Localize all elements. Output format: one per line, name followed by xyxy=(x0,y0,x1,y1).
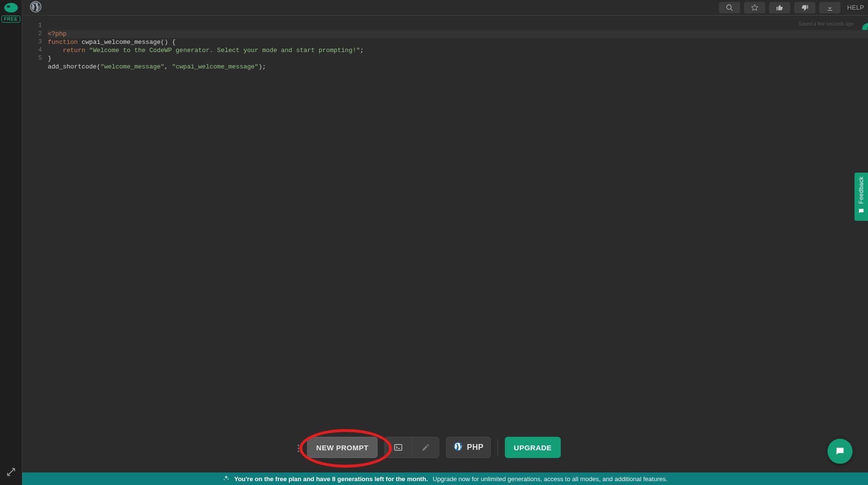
language-label: PHP xyxy=(467,443,483,452)
banner-sub: Upgrade now for unlimited generations, a… xyxy=(433,475,667,483)
code-token xyxy=(48,47,63,54)
code-token: "welcome_message" xyxy=(100,63,164,70)
code-token: <?php xyxy=(48,30,67,38)
new-prompt-button[interactable]: NEW PROMPT xyxy=(307,437,378,458)
sparkle-icon xyxy=(223,475,230,483)
action-bar: NEW PROMPT PHP UPGRADE xyxy=(307,435,561,460)
wordpress-icon xyxy=(453,442,463,453)
divider xyxy=(498,439,498,456)
left-rail: FREE xyxy=(0,0,22,485)
line-number: 1 xyxy=(22,21,42,29)
brand-icon[interactable] xyxy=(4,3,18,13)
fullscreen-icon[interactable] xyxy=(6,467,16,477)
code-token: } xyxy=(48,55,52,62)
search-icon[interactable] xyxy=(719,2,740,13)
line-number: 5 xyxy=(22,54,42,62)
line-number: 3 xyxy=(22,38,42,46)
download-icon[interactable] xyxy=(819,2,841,13)
line-number: 2 xyxy=(22,29,42,38)
line-number-gutter: 1 2 3 4 5 xyxy=(22,15,48,382)
drag-handle-icon[interactable] xyxy=(298,445,302,452)
star-icon[interactable] xyxy=(744,2,765,13)
code-token: cwpai_welcome_message() { xyxy=(78,39,176,46)
upgrade-banner[interactable]: You're on the free plan and have 8 gener… xyxy=(22,472,868,485)
code-token: add_shortcode( xyxy=(48,63,100,70)
code-token: ; xyxy=(360,47,364,54)
chat-icon xyxy=(835,446,845,457)
terminal-mode-button[interactable] xyxy=(385,437,412,458)
code-token: "Welcome to the CodeWP generator. Select… xyxy=(89,47,360,54)
code-editor[interactable]: <?phpfunction cwpai_welcome_message() { … xyxy=(48,15,868,382)
code-token: return xyxy=(63,47,85,54)
free-badge: FREE xyxy=(1,15,20,23)
wordpress-icon[interactable] xyxy=(30,1,41,14)
topbar: HELP xyxy=(22,0,868,15)
edit-mode-button[interactable] xyxy=(412,437,439,458)
language-selector[interactable]: PHP xyxy=(446,437,490,458)
thumbs-down-icon[interactable] xyxy=(794,2,815,13)
chat-fab[interactable] xyxy=(827,439,853,464)
help-link[interactable]: HELP xyxy=(847,4,864,11)
autosave-status: Saved a few seconds ago xyxy=(798,21,854,27)
thumbs-up-icon[interactable] xyxy=(769,2,790,13)
banner-bold: You're on the free plan and have 8 gener… xyxy=(234,475,428,483)
code-token: function xyxy=(48,39,78,46)
code-token: , xyxy=(164,63,172,70)
svg-rect-2 xyxy=(395,445,402,450)
code-token: ); xyxy=(258,63,266,70)
code-token: "cwpai_welcome_message" xyxy=(172,63,258,70)
upgrade-button[interactable]: UPGRADE xyxy=(505,437,561,458)
mode-switch xyxy=(384,437,439,458)
line-number: 4 xyxy=(22,46,42,54)
code-token xyxy=(85,47,89,54)
